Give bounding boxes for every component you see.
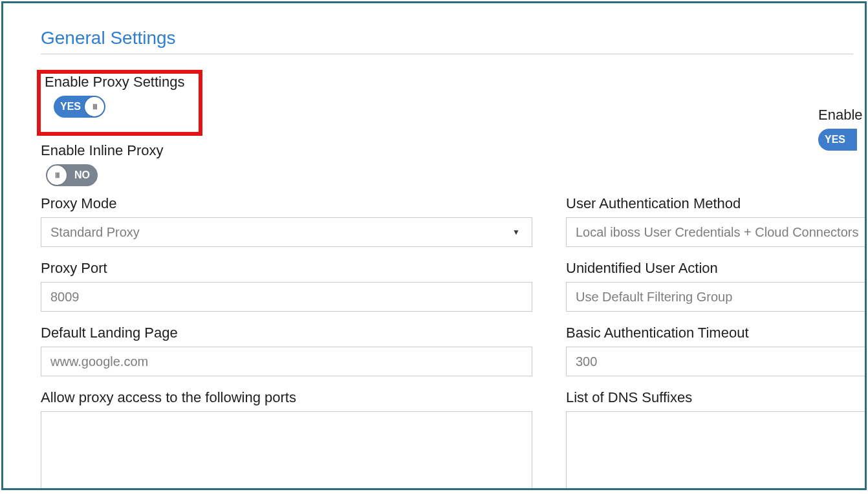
proxy-port-label: Proxy Port: [41, 260, 532, 277]
enable-inline-toggle-text: NO: [74, 169, 90, 181]
dns-suffixes-textarea[interactable]: [566, 411, 867, 490]
proxy-mode-group: Proxy Mode Standard Proxy ▼: [41, 195, 532, 247]
auth-method-select[interactable]: Local iboss User Credentials + Cloud Con…: [566, 217, 867, 247]
enable-inline-label: Enable Inline Proxy: [41, 142, 867, 159]
dns-suffixes-group: List of DNS Suffixes: [566, 389, 867, 490]
content-area: Enable Proxy Settings YES Ⅲ Enable Inlin…: [41, 54, 867, 490]
enable-right-toggle-text: YES: [825, 134, 845, 145]
form-columns: Proxy Mode Standard Proxy ▼ Proxy Port D…: [41, 195, 867, 490]
basic-timeout-input[interactable]: [566, 347, 867, 376]
unidentified-user-label: Unidentified User Action: [566, 260, 867, 277]
basic-timeout-group: Basic Authentication Timeout: [566, 325, 867, 376]
enable-right-toggle[interactable]: YES: [818, 129, 857, 151]
chevron-down-icon: ▼: [512, 228, 520, 237]
auth-method-value: Local iboss User Credentials + Cloud Con…: [576, 225, 858, 240]
enable-proxy-label: Enable Proxy Settings: [45, 74, 184, 91]
basic-timeout-label: Basic Authentication Timeout: [566, 325, 867, 341]
left-column: Proxy Mode Standard Proxy ▼ Proxy Port D…: [41, 195, 532, 490]
landing-page-label: Default Landing Page: [41, 325, 532, 341]
enable-proxy-toggle-text: YES: [60, 101, 81, 113]
auth-method-group: User Authentication Method Local iboss U…: [566, 195, 867, 247]
unidentified-user-group: Unidentified User Action Use Default Fil…: [566, 260, 867, 312]
enable-proxy-toggle[interactable]: YES Ⅲ: [54, 96, 105, 118]
proxy-mode-value: Standard Proxy: [50, 225, 140, 240]
unidentified-user-select[interactable]: Use Default Filtering Group: [566, 282, 867, 312]
enable-right-block: Enable YES: [818, 107, 863, 151]
unidentified-user-value: Use Default Filtering Group: [576, 290, 732, 305]
proxy-port-input[interactable]: [41, 282, 532, 312]
proxy-mode-label: Proxy Mode: [41, 195, 532, 212]
proxy-mode-select[interactable]: Standard Proxy ▼: [41, 217, 532, 247]
enable-right-label: Enable: [818, 107, 863, 124]
toggle-knob: Ⅲ: [85, 97, 104, 116]
enable-inline-toggle[interactable]: Ⅲ NO: [46, 164, 98, 186]
enable-inline-block: Enable Inline Proxy Ⅲ NO: [41, 142, 867, 186]
proxy-port-group: Proxy Port: [41, 260, 532, 312]
enable-proxy-highlight: Enable Proxy Settings YES Ⅲ: [37, 70, 202, 136]
landing-page-input[interactable]: [41, 347, 532, 376]
dns-suffixes-label: List of DNS Suffixes: [566, 389, 867, 406]
allow-ports-textarea[interactable]: [41, 411, 532, 490]
toggle-knob: Ⅲ: [47, 166, 67, 185]
section-title: General Settings: [41, 28, 853, 54]
enable-proxy-block: Enable Proxy Settings YES Ⅲ: [45, 74, 184, 118]
auth-method-label: User Authentication Method: [566, 195, 867, 212]
grip-icon: Ⅲ: [92, 103, 96, 111]
allow-ports-group: Allow proxy access to the following port…: [41, 389, 532, 490]
landing-page-group: Default Landing Page: [41, 325, 532, 376]
allow-ports-label: Allow proxy access to the following port…: [41, 389, 532, 406]
grip-icon: Ⅲ: [55, 171, 59, 180]
right-column: User Authentication Method Local iboss U…: [566, 195, 867, 490]
settings-panel: General Settings Enable Proxy Settings Y…: [1, 1, 867, 490]
